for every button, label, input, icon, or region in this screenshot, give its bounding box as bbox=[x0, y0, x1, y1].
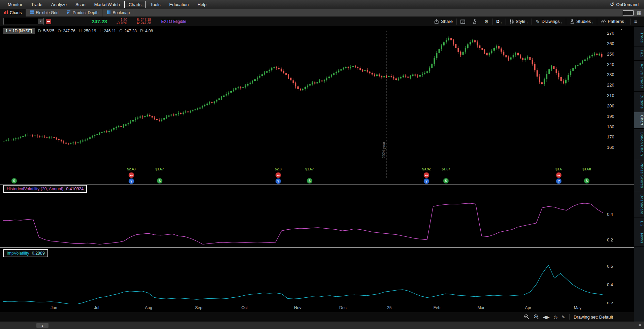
patterns-icon bbox=[601, 20, 606, 24]
dividend-icon[interactable]: $ bbox=[307, 178, 312, 184]
bid-ask: B: 247.18 A: 247.38 bbox=[137, 18, 151, 25]
svg-text:$: $ bbox=[309, 179, 311, 183]
timeframe-button[interactable]: D , bbox=[493, 17, 506, 27]
tab-charts[interactable]: Charts bbox=[0, 9, 26, 17]
menu-charts[interactable]: Charts bbox=[124, 1, 146, 8]
price-chart-canvas[interactable]: 2024 year$$2.43?$1.67$$2.3?$1.67$$3.92?$… bbox=[0, 27, 634, 184]
time-axis[interactable]: JunJulAugSepOctNovDec25FebMarAprMay bbox=[0, 304, 634, 312]
price-axis-tick: 180 bbox=[607, 124, 614, 129]
bottom-scroll-bar[interactable]: ▴ ≡ bbox=[0, 322, 644, 329]
menu-help[interactable]: Help bbox=[193, 1, 211, 8]
conference-call-icon[interactable] bbox=[276, 172, 281, 178]
marker-amount-label: $1.6 bbox=[555, 167, 562, 171]
timeframe-chip[interactable]: 1 Y 1D [NYSE] bbox=[3, 28, 35, 34]
zoom-out-button[interactable] bbox=[524, 314, 529, 320]
tab-product-depth[interactable]: Product Depth bbox=[63, 9, 103, 17]
sidebar-tab-chart[interactable]: Chart bbox=[634, 112, 644, 129]
implied-volatility-panel[interactable]: 0.60.40.2 bbox=[0, 248, 634, 304]
axis-collapse-icon[interactable]: ⌃ bbox=[620, 29, 623, 33]
sidebar-tab-l2[interactable]: L 2 bbox=[634, 218, 644, 230]
zoom-in-button[interactable] bbox=[534, 314, 539, 320]
settings-button[interactable]: ⚙ bbox=[481, 17, 492, 27]
drawings-caret-icon: , bbox=[561, 20, 562, 24]
tab-flexible-grid-label: Flexible Grid bbox=[36, 10, 58, 15]
chart-bottom-toolbar: ◀▶ ◎ ✎ Drawing set: Default bbox=[0, 312, 634, 322]
question-event-icon[interactable]: ? bbox=[276, 178, 281, 184]
chart-area[interactable]: 2024 year$$2.43?$1.67$$2.3?$1.67$$3.92?$… bbox=[0, 27, 634, 312]
panel-expander-button[interactable]: ▴ bbox=[36, 323, 49, 328]
timeframe-value: D bbox=[496, 19, 500, 24]
events-calendar-button[interactable] bbox=[457, 17, 469, 27]
menu-analyze[interactable]: Analyze bbox=[47, 1, 71, 8]
sidebar-tab-dashboard[interactable]: Dashboard bbox=[634, 191, 644, 218]
sidebar-tab-trade[interactable]: Trade bbox=[634, 29, 644, 46]
product-depth-icon bbox=[67, 10, 71, 15]
menu-monitor[interactable]: Monitor bbox=[3, 1, 27, 8]
crosshair-button[interactable]: ◎ bbox=[554, 315, 557, 320]
hv-study-label[interactable]: HistoricalVolatility (20, Annual) 0.4109… bbox=[3, 185, 87, 193]
pencil-icon: ✎ bbox=[536, 19, 540, 24]
hv-study-value: 0.410924 bbox=[66, 187, 84, 191]
marker-amount-label: $1.67 bbox=[155, 167, 164, 171]
drawings-label: Drawings bbox=[542, 19, 560, 24]
sidebar-tab-time-sales[interactable]: T&S bbox=[634, 46, 644, 61]
time-axis-label: Sep bbox=[195, 305, 202, 310]
hv-study-title: HistoricalVolatility (20, Annual) bbox=[7, 187, 63, 191]
iv-study-label[interactable]: ImpVolatility 0.2889 bbox=[3, 249, 48, 257]
dividend-icon[interactable]: $ bbox=[157, 178, 162, 184]
share-button[interactable]: Share bbox=[430, 17, 456, 27]
studies-button[interactable]: Studies , bbox=[566, 17, 597, 27]
menu-education[interactable]: Education bbox=[165, 1, 193, 8]
analyze-flask-button[interactable] bbox=[469, 17, 481, 27]
conference-call-icon[interactable] bbox=[556, 172, 561, 178]
studies-label: Studies bbox=[576, 19, 591, 24]
dividend-icon[interactable]: $ bbox=[584, 178, 589, 184]
detached-window-icon[interactable] bbox=[623, 10, 634, 15]
time-axis-label: Dec bbox=[339, 305, 346, 310]
menu-tools[interactable]: Tools bbox=[146, 1, 165, 8]
top-menu-bar: Monitor Trade Analyze Scan MarketWatch C… bbox=[0, 0, 644, 9]
question-event-icon[interactable]: ? bbox=[129, 178, 134, 184]
price-axis-tick: 270 bbox=[607, 31, 614, 36]
tab-bookmap[interactable]: Bookmap bbox=[103, 9, 134, 17]
ohlc-field: R:4.08 bbox=[140, 29, 153, 33]
tab-bookmap-label: Bookmap bbox=[112, 10, 130, 15]
conference-call-icon[interactable] bbox=[424, 172, 429, 178]
bottom-menu-icon[interactable]: ≡ bbox=[639, 323, 641, 328]
ondemand-button[interactable]: ↺ OnDemand bbox=[610, 1, 641, 7]
studies-caret-icon: , bbox=[592, 20, 593, 24]
sidebar-tab-buttons[interactable]: Buttons bbox=[634, 92, 644, 112]
menu-trade[interactable]: Trade bbox=[27, 1, 46, 8]
symbol-flag-icon[interactable] bbox=[46, 19, 51, 24]
time-axis-label: Aug bbox=[145, 305, 152, 310]
question-event-icon[interactable]: ? bbox=[424, 178, 429, 184]
tab-flexible-grid[interactable]: Flexible Grid bbox=[26, 9, 63, 17]
exto-eligible-badge: EXTO Eligible bbox=[161, 19, 186, 24]
drawings-button[interactable]: ✎ Drawings , bbox=[532, 17, 566, 27]
layout-grid-icon[interactable]: ▦ bbox=[637, 10, 641, 15]
pan-arrows-button[interactable]: ◀▶ bbox=[543, 315, 550, 320]
sidebar-tab-option-chain[interactable]: Option Chain bbox=[634, 129, 644, 159]
menu-scan[interactable]: Scan bbox=[71, 1, 90, 8]
dividend-icon[interactable]: $ bbox=[11, 178, 17, 184]
dividend-icon[interactable]: $ bbox=[443, 178, 449, 184]
symbol-dropdown-caret-icon[interactable]: ▼ bbox=[38, 19, 43, 24]
ask-value: A: 247.38 bbox=[137, 22, 151, 25]
quick-draw-button[interactable]: ✎ bbox=[561, 315, 565, 320]
menu-marketwatch[interactable]: MarketWatch bbox=[90, 1, 124, 8]
sidebar-tab-phase-scores[interactable]: Phase Scores bbox=[634, 159, 644, 191]
style-button[interactable]: Style , bbox=[506, 17, 532, 27]
bookmap-icon bbox=[107, 10, 110, 15]
question-event-icon[interactable]: ? bbox=[556, 178, 561, 184]
drawing-set-label[interactable]: Drawing set: Default bbox=[574, 315, 613, 320]
price-axis-tick: 240 bbox=[607, 62, 614, 67]
conference-call-icon[interactable] bbox=[129, 172, 134, 178]
sidebar-tab-active-trader[interactable]: Active Trader bbox=[634, 61, 644, 92]
chart-menu-button[interactable]: ≡ bbox=[631, 17, 641, 27]
patterns-button[interactable]: Patterns , bbox=[597, 17, 630, 27]
marker-amount-label: $3.92 bbox=[422, 167, 430, 171]
historical-volatility-panel[interactable]: 0.40.2 bbox=[0, 184, 634, 248]
sidebar-tab-news[interactable]: News bbox=[634, 230, 644, 246]
symbol-input[interactable]: ▼ bbox=[3, 18, 44, 25]
price-axis-tick: 190 bbox=[607, 114, 614, 119]
